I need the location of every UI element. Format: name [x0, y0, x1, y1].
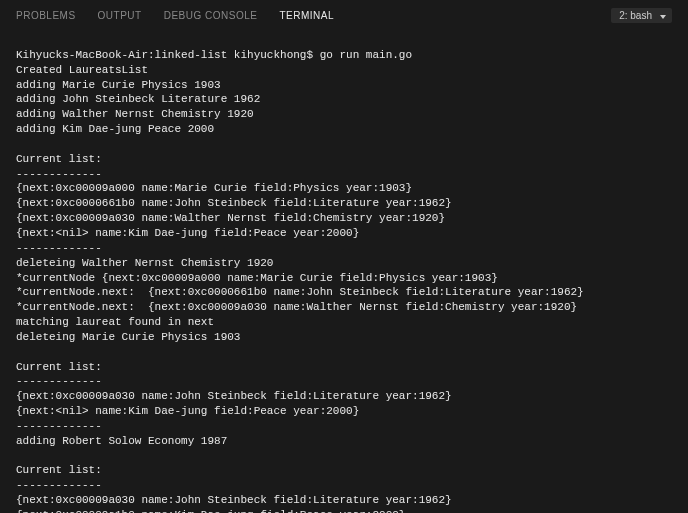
terminal-line: Current list:: [16, 463, 672, 478]
terminal-line: [16, 345, 672, 360]
terminal-selector-dropdown[interactable]: 2: bash: [611, 8, 672, 23]
terminal-line: {next:0xc00009a000 name:Marie Curie fiel…: [16, 181, 672, 196]
terminal-line: deleteing Walther Nernst Chemistry 1920: [16, 256, 672, 271]
tab-debug-console[interactable]: DEBUG CONSOLE: [164, 10, 258, 21]
terminal-line: Current list:: [16, 360, 672, 375]
terminal-line: Created LaureatsList: [16, 63, 672, 78]
terminal-line: *currentNode {next:0xc00009a000 name:Mar…: [16, 271, 672, 286]
terminal-line: Current list:: [16, 152, 672, 167]
terminal-line: adding Walther Nernst Chemistry 1920: [16, 107, 672, 122]
terminal-line: [16, 137, 672, 152]
terminal-line: adding Kim Dae-jung Peace 2000: [16, 122, 672, 137]
terminal-output[interactable]: Kihyucks-MacBook-Air:linked-list kihyuck…: [0, 29, 688, 513]
tab-output[interactable]: OUTPUT: [98, 10, 142, 21]
terminal-line: -------------: [16, 241, 672, 256]
terminal-line: adding Robert Solow Economy 1987: [16, 434, 672, 449]
terminal-line: {next:0xc00009a030 name:Walther Nernst f…: [16, 211, 672, 226]
terminal-line: -------------: [16, 419, 672, 434]
terminal-line: -------------: [16, 167, 672, 182]
terminal-line: {next:0xc00009a030 name:John Steinbeck f…: [16, 389, 672, 404]
terminal-line: {next:<nil> name:Kim Dae-jung field:Peac…: [16, 404, 672, 419]
terminal-line: -------------: [16, 478, 672, 493]
terminal-line: adding John Steinbeck Literature 1962: [16, 92, 672, 107]
terminal-line: *currentNode.next: {next:0xc00009a030 na…: [16, 300, 672, 315]
terminal-line: {next:0xc00009a030 name:John Steinbeck f…: [16, 493, 672, 508]
terminal-line: {next:0xc00009a1b0 name:Kim Dae-jung fie…: [16, 508, 672, 513]
terminal-line: [16, 449, 672, 464]
terminal-line: {next:0xc0000661b0 name:John Steinbeck f…: [16, 196, 672, 211]
terminal-line: *currentNode.next: {next:0xc0000661b0 na…: [16, 285, 672, 300]
terminal-line: deleteing Marie Curie Physics 1903: [16, 330, 672, 345]
terminal-line: adding Marie Curie Physics 1903: [16, 78, 672, 93]
tab-terminal[interactable]: TERMINAL: [279, 10, 334, 21]
panel-header: PROBLEMS OUTPUT DEBUG CONSOLE TERMINAL 2…: [0, 0, 688, 29]
terminal-line: -------------: [16, 374, 672, 389]
terminal-line: {next:<nil> name:Kim Dae-jung field:Peac…: [16, 226, 672, 241]
tab-problems[interactable]: PROBLEMS: [16, 10, 76, 21]
terminal-line: Kihyucks-MacBook-Air:linked-list kihyuck…: [16, 48, 672, 63]
terminal-line: matching laureat found in next: [16, 315, 672, 330]
